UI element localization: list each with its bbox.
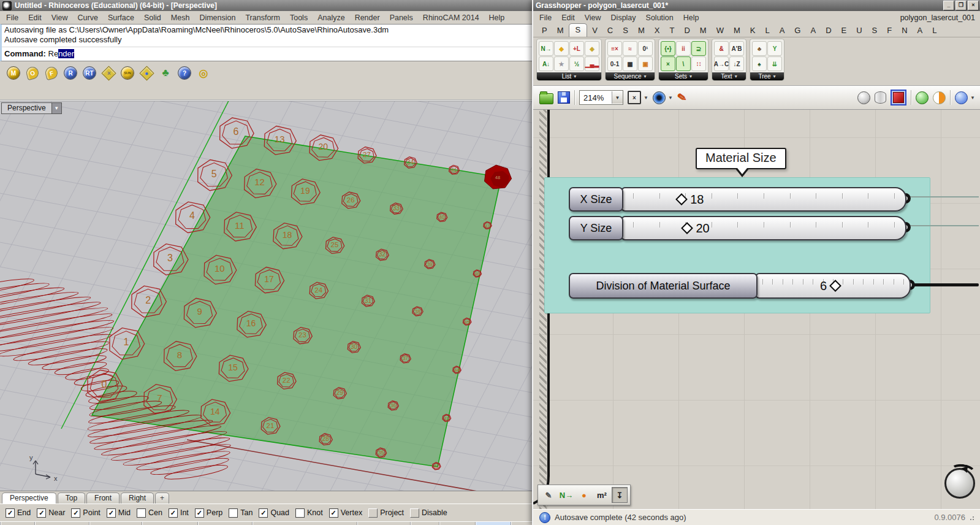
gh-tab-6-m[interactable]: M [633, 25, 650, 37]
sun-icon[interactable]: SUN [120, 66, 135, 80]
render-f-tag-icon[interactable]: F [44, 66, 59, 80]
menu-render[interactable]: Render [350, 12, 385, 23]
button-box-project[interactable] [368, 508, 378, 518]
gh-tab-25-l[interactable]: L [927, 25, 941, 37]
preview-off-icon[interactable] [857, 91, 870, 104]
viewport-tab-front[interactable]: Front [86, 492, 120, 504]
render-icon[interactable]: R [63, 66, 78, 80]
palette-group-bar-sets[interactable]: Sets▾ [659, 72, 708, 80]
gh-tab-5-s[interactable]: S [618, 25, 633, 37]
gh-tab-9-d[interactable]: D [679, 25, 694, 37]
vegetation-icon[interactable]: ♣ [158, 66, 173, 80]
viewport-tab-right[interactable]: Right [121, 492, 154, 504]
checkbox-vertex[interactable]: ✓ [329, 508, 338, 518]
gh-tab-22-f[interactable]: F [882, 25, 897, 37]
gh-menu-view[interactable]: View [580, 12, 606, 23]
zoom-level-select[interactable]: 214% ▼ [579, 90, 623, 105]
checkbox-mid[interactable]: ✓ [107, 508, 116, 518]
menu-mesh[interactable]: Mesh [166, 12, 195, 23]
sort-list-icon[interactable]: A↓ [539, 56, 553, 71]
render-help-icon[interactable]: ? [177, 66, 192, 80]
maximize-button[interactable]: ❐ [955, 1, 967, 10]
histogram-icon[interactable]: ▁▄▂ [585, 56, 599, 71]
palette-group-dropdown-icon[interactable]: ▾ [644, 74, 647, 79]
statusbar-grid-snap[interactable]: Grid Snap [357, 522, 410, 525]
split-list-icon[interactable]: ½ [569, 56, 584, 71]
import-ruler-icon[interactable]: ↧ [612, 487, 628, 503]
palette-group-dropdown-icon[interactable]: ▾ [574, 74, 576, 79]
quality-dropdown-arrow-icon[interactable]: ▼ [970, 95, 975, 101]
no-render-icon[interactable]: × [101, 66, 116, 80]
gh-tab-21-s[interactable]: S [867, 25, 883, 37]
set-union-icon[interactable]: ⊇ [691, 41, 706, 56]
osnap-toggle-point[interactable]: ✓Point [71, 508, 101, 518]
gh-tab-4-c[interactable]: C [602, 25, 618, 37]
gh-tab-15-a[interactable]: A [775, 25, 790, 37]
key-value-search-icon[interactable]: ∷ [691, 56, 706, 71]
gh-tab-14-l[interactable]: L [760, 25, 774, 37]
statusbar-cplane[interactable]: CPlane [0, 522, 34, 525]
division-slider-handle-cluster[interactable]: 6 [820, 274, 840, 297]
gh-menu-solution[interactable]: Solution [641, 12, 678, 23]
duplicate-data-icon[interactable]: 0¹ [638, 41, 653, 56]
checkbox-near[interactable]: ✓ [37, 508, 46, 518]
zoom-extents-icon[interactable]: × [628, 91, 641, 104]
viewport-tab-perspective[interactable]: Perspective [2, 492, 56, 504]
close-button[interactable]: × [968, 1, 979, 10]
command-input[interactable]: Command: Render [2, 47, 534, 61]
gh-tab-17-a[interactable]: A [805, 25, 821, 37]
palette-group-bar-sequence[interactable]: Sequence▾ [606, 72, 655, 80]
palette-group-dropdown-icon[interactable]: ▾ [735, 74, 737, 79]
osnap-toggle-int[interactable]: ✓Int [169, 508, 189, 518]
checkbox-int[interactable]: ✓ [169, 508, 178, 518]
sketch-disabled-icon[interactable]: ✎ [541, 487, 556, 503]
flatten-tree-icon[interactable]: ⇊ [767, 56, 782, 71]
menu-panels[interactable]: Panels [385, 12, 418, 23]
gh-menu-help[interactable]: Help [678, 12, 704, 23]
set-difference-icon[interactable]: × [661, 56, 675, 71]
render-m-icon[interactable]: M [6, 66, 21, 80]
division-slider-handle[interactable] [829, 280, 841, 292]
statusbar-4-161-in[interactable]: -4.161 in [197, 522, 252, 525]
preview-wireframe-icon[interactable] [875, 91, 886, 104]
viewport-title-dropdown[interactable]: Perspective ▼ [1, 102, 62, 114]
render-drop-icon[interactable]: ● [139, 66, 154, 80]
gh-tab-0-p[interactable]: P [537, 25, 552, 37]
menu-transform[interactable]: Transform [240, 12, 285, 23]
menu-view[interactable]: View [47, 12, 73, 23]
galapagos-icon[interactable]: ● [576, 487, 592, 503]
weave-icon[interactable]: ★ [554, 56, 569, 71]
graft-tree-icon[interactable]: Y [767, 41, 782, 56]
statusbar-smarttra[interactable]: SmartTra [511, 522, 534, 525]
statusbar-x-13-919[interactable]: x -13.919 [34, 522, 89, 525]
palette-group-dropdown-icon[interactable]: ▾ [689, 74, 692, 79]
item-index-icon[interactable]: ◆ [554, 41, 569, 56]
custom-preview-icon[interactable] [933, 91, 946, 104]
statusbar-planar[interactable]: Planar [439, 522, 475, 525]
gh-tab-18-d[interactable]: D [821, 25, 836, 37]
statusbar-z-0-000[interactable]: z 0.000 [142, 522, 197, 525]
gh-tab-3-v[interactable]: V [587, 25, 602, 37]
menu-tools[interactable]: Tools [285, 12, 313, 23]
y-size-slider-handle-cluster[interactable]: 20 [683, 217, 709, 239]
canvas-compass-widget[interactable] [944, 468, 975, 499]
viewport-dropdown-arrow-icon[interactable]: ▼ [51, 103, 61, 113]
range-icon[interactable]: 0-1 [607, 56, 622, 71]
insert-items-icon[interactable]: +L [569, 41, 584, 56]
palette-group-dropdown-icon[interactable]: ▾ [773, 74, 776, 79]
gh-tab-11-w[interactable]: W [712, 25, 729, 37]
gh-menu-edit[interactable]: Edit [556, 12, 580, 23]
characters-icon[interactable]: A'B [729, 41, 744, 56]
area-dimension-icon[interactable]: m² [594, 487, 610, 503]
gh-tab-1-m[interactable]: M [552, 25, 569, 37]
x-size-slider-label[interactable]: X Size [569, 187, 623, 212]
palette-group-bar-list[interactable]: List▾ [537, 72, 601, 80]
minimize-button[interactable]: _ [943, 1, 954, 10]
menu-dimension[interactable]: Dimension [194, 12, 240, 23]
add-viewport-tab-button[interactable]: + [155, 492, 169, 504]
osnap-button-project[interactable]: Project [368, 508, 404, 518]
y-size-slider-handle[interactable] [682, 222, 694, 234]
checkbox-point[interactable]: ✓ [71, 508, 80, 518]
viewport-3d-canvas[interactable]: 0123456789101112131415161718192021222324… [0, 101, 534, 491]
gh-tab-12-m[interactable]: M [729, 25, 745, 37]
